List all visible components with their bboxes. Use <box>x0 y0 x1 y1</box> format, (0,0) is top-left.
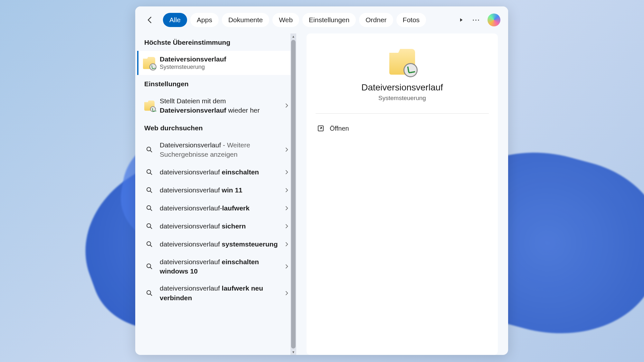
more-filters-button[interactable] <box>455 14 467 26</box>
file-history-icon <box>389 49 415 75</box>
chevron-right-icon <box>283 263 290 270</box>
svg-point-4 <box>147 224 151 227</box>
search-icon <box>146 186 153 194</box>
preview-title: Dateiversionsverlauf <box>361 82 443 93</box>
file-history-icon <box>143 57 155 69</box>
search-icon <box>146 168 153 176</box>
search-icon <box>146 146 153 153</box>
svg-point-5 <box>147 242 151 246</box>
svg-point-2 <box>147 188 151 191</box>
search-icon <box>146 222 153 230</box>
section-best-match-header: Höchste Übereinstimmung <box>135 33 296 51</box>
top-bar: Alle Apps Dokumente Web Einstellungen Or… <box>135 6 508 33</box>
result-text: dateiversionsverlauf einschalten <box>160 167 278 177</box>
chevron-right-icon <box>283 102 290 109</box>
scroll-down-arrow[interactable]: ▾ <box>290 349 296 355</box>
search-icon <box>146 240 153 248</box>
web-result[interactable]: dateiversionsverlauf-laufwerk <box>135 199 296 217</box>
best-match-subtitle: Systemsteuerung <box>160 64 226 70</box>
results-column: Höchste Übereinstimmung Dateiversionsver… <box>135 33 296 355</box>
arrow-left-icon <box>146 15 155 24</box>
filter-apps[interactable]: Apps <box>190 13 219 27</box>
more-options-button[interactable]: ⋯ <box>470 14 482 26</box>
section-settings-header: Einstellungen <box>135 75 296 92</box>
preview-card: Dateiversionsverlauf Systemsteuerung Öff… <box>307 33 498 355</box>
best-match-result[interactable]: Dateiversionsverlauf Systemsteuerung <box>137 51 296 75</box>
result-text: dateiversionsverlauf win 11 <box>160 185 278 195</box>
chevron-right-icon <box>283 169 290 175</box>
search-window: Alle Apps Dokumente Web Einstellungen Or… <box>135 6 508 355</box>
filter-photos[interactable]: Fotos <box>396 13 426 27</box>
file-history-icon <box>144 100 155 111</box>
preview-column: Dateiversionsverlauf Systemsteuerung Öff… <box>296 33 508 355</box>
result-text: dateiversionsverlauf-laufwerk <box>160 203 278 213</box>
web-result[interactable]: dateiversionsverlauf einschalten <box>135 163 296 181</box>
svg-point-1 <box>147 170 151 173</box>
web-result[interactable]: dateiversionsverlauf sichern <box>135 217 296 235</box>
ellipsis-icon: ⋯ <box>472 15 480 24</box>
chevron-right-icon <box>283 146 290 153</box>
settings-result[interactable]: Stellt Dateien mit dem Dateiversionsverl… <box>135 92 296 119</box>
divider <box>316 113 489 114</box>
scroll-thumb[interactable] <box>291 40 296 348</box>
svg-point-6 <box>147 264 151 268</box>
svg-point-7 <box>147 291 151 294</box>
search-icon <box>146 289 153 297</box>
web-result[interactable]: dateiversionsverlauf laufwerk neu verbin… <box>135 280 296 306</box>
search-icon <box>146 263 153 270</box>
search-icon <box>146 204 153 212</box>
svg-point-3 <box>147 206 151 209</box>
filter-folders[interactable]: Ordner <box>359 13 393 27</box>
web-result[interactable]: Dateiversionsverlauf - Weitere Suchergeb… <box>135 136 296 163</box>
filter-all[interactable]: Alle <box>163 13 187 27</box>
web-result[interactable]: dateiversionsverlauf systemsteuerung <box>135 235 296 253</box>
scroll-up-arrow[interactable]: ▴ <box>290 33 296 39</box>
web-result[interactable]: dateiversionsverlauf einschalten windows… <box>135 253 296 280</box>
preview-subtitle: Systemsteuerung <box>378 95 426 102</box>
svg-point-0 <box>147 147 151 151</box>
chevron-right-icon <box>283 241 290 247</box>
scrollbar[interactable]: ▴ ▾ <box>290 33 296 355</box>
result-text: dateiversionsverlauf laufwerk neu verbin… <box>160 283 278 302</box>
result-text: Dateiversionsverlauf - Weitere Suchergeb… <box>160 140 278 159</box>
open-label: Öffnen <box>330 125 349 132</box>
filter-documents[interactable]: Dokumente <box>222 13 269 27</box>
filter-settings[interactable]: Einstellungen <box>302 13 356 27</box>
filter-web[interactable]: Web <box>272 13 299 27</box>
chevron-right-icon <box>283 223 290 229</box>
section-web-header: Web durchsuchen <box>135 119 296 136</box>
triangle-right-icon <box>458 17 464 23</box>
back-button[interactable] <box>143 13 157 27</box>
filter-pills: Alle Apps Dokumente Web Einstellungen Or… <box>163 13 450 27</box>
result-text: dateiversionsverlauf systemsteuerung <box>160 239 278 249</box>
result-text: dateiversionsverlauf sichern <box>160 221 278 231</box>
open-external-icon <box>317 125 325 132</box>
chevron-right-icon <box>283 290 290 296</box>
result-text: dateiversionsverlauf einschalten windows… <box>160 257 278 276</box>
chevron-right-icon <box>283 205 290 211</box>
result-text: Stellt Dateien mit dem Dateiversionsverl… <box>160 96 278 115</box>
chevron-right-icon <box>283 187 290 193</box>
web-result[interactable]: dateiversionsverlauf win 11 <box>135 181 296 199</box>
open-action[interactable]: Öffnen <box>316 121 489 135</box>
best-match-title: Dateiversionsverlauf <box>160 55 226 63</box>
copilot-button[interactable] <box>488 14 500 26</box>
